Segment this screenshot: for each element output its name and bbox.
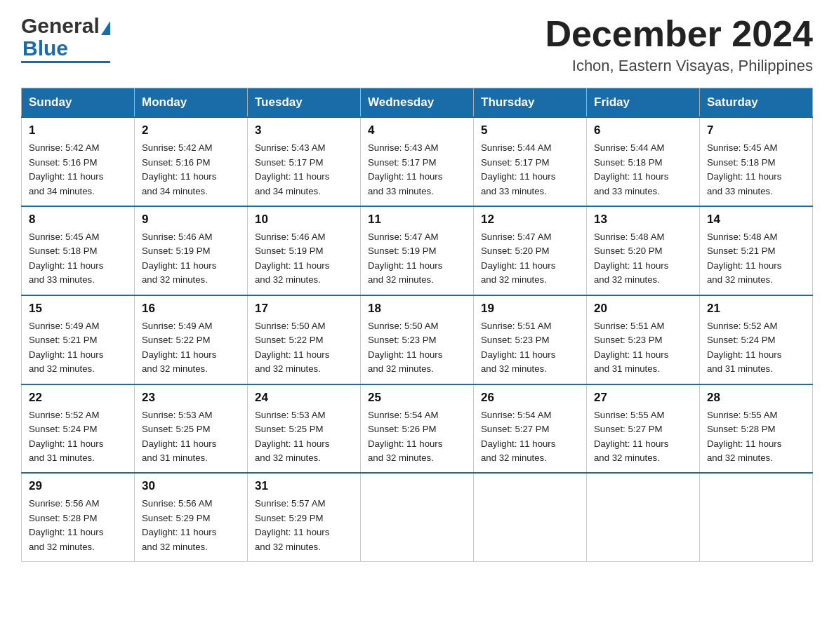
- calendar-header-row: Sunday Monday Tuesday Wednesday Thursday…: [22, 88, 813, 118]
- day-info: Sunrise: 5:43 AMSunset: 5:17 PMDaylight:…: [255, 142, 329, 196]
- calendar-cell: 20 Sunrise: 5:51 AMSunset: 5:23 PMDaylig…: [587, 295, 700, 384]
- calendar-cell: [361, 473, 474, 561]
- day-number: 17: [255, 302, 353, 316]
- col-saturday: Saturday: [700, 88, 813, 118]
- day-info: Sunrise: 5:57 AMSunset: 5:29 PMDaylight:…: [255, 498, 329, 551]
- calendar-cell: 9 Sunrise: 5:46 AMSunset: 5:19 PMDayligh…: [135, 206, 248, 295]
- calendar-cell: 16 Sunrise: 5:49 AMSunset: 5:22 PMDaylig…: [135, 295, 248, 384]
- day-info: Sunrise: 5:47 AMSunset: 5:19 PMDaylight:…: [368, 232, 442, 285]
- calendar-cell: 3 Sunrise: 5:43 AMSunset: 5:17 PMDayligh…: [248, 117, 361, 206]
- day-number: 26: [481, 391, 579, 405]
- calendar-week-3: 15 Sunrise: 5:49 AMSunset: 5:21 PMDaylig…: [22, 295, 813, 384]
- calendar-cell: 11 Sunrise: 5:47 AMSunset: 5:19 PMDaylig…: [361, 206, 474, 295]
- calendar-cell: 12 Sunrise: 5:47 AMSunset: 5:20 PMDaylig…: [474, 206, 587, 295]
- day-number: 1: [29, 123, 127, 137]
- day-number: 4: [368, 123, 466, 137]
- calendar-cell: 31 Sunrise: 5:57 AMSunset: 5:29 PMDaylig…: [248, 473, 361, 561]
- day-number: 6: [594, 123, 692, 137]
- day-number: 15: [29, 302, 127, 316]
- day-number: 10: [255, 213, 353, 227]
- calendar-cell: [474, 473, 587, 561]
- day-number: 29: [29, 479, 127, 493]
- day-info: Sunrise: 5:46 AMSunset: 5:19 PMDaylight:…: [142, 232, 216, 285]
- calendar-cell: 7 Sunrise: 5:45 AMSunset: 5:18 PMDayligh…: [700, 117, 813, 206]
- calendar-cell: 29 Sunrise: 5:56 AMSunset: 5:28 PMDaylig…: [22, 473, 135, 561]
- day-info: Sunrise: 5:56 AMSunset: 5:29 PMDaylight:…: [142, 498, 216, 551]
- calendar-week-2: 8 Sunrise: 5:45 AMSunset: 5:18 PMDayligh…: [22, 206, 813, 295]
- logo-blue-text: Blue: [22, 36, 68, 60]
- calendar-week-4: 22 Sunrise: 5:52 AMSunset: 5:24 PMDaylig…: [22, 384, 813, 474]
- calendar-cell: 2 Sunrise: 5:42 AMSunset: 5:16 PMDayligh…: [135, 117, 248, 206]
- day-number: 5: [481, 123, 579, 137]
- calendar-cell: [587, 473, 700, 561]
- day-info: Sunrise: 5:50 AMSunset: 5:23 PMDaylight:…: [368, 321, 442, 374]
- day-info: Sunrise: 5:42 AMSunset: 5:16 PMDaylight:…: [142, 142, 216, 196]
- day-number: 18: [368, 302, 466, 316]
- logo: General Blue: [21, 14, 110, 63]
- calendar-cell: 27 Sunrise: 5:55 AMSunset: 5:27 PMDaylig…: [587, 384, 700, 474]
- col-sunday: Sunday: [22, 88, 135, 118]
- day-info: Sunrise: 5:54 AMSunset: 5:27 PMDaylight:…: [481, 410, 555, 463]
- day-number: 16: [142, 302, 240, 316]
- calendar-cell: 15 Sunrise: 5:49 AMSunset: 5:21 PMDaylig…: [22, 295, 135, 384]
- col-friday: Friday: [587, 88, 700, 118]
- calendar-cell: 26 Sunrise: 5:54 AMSunset: 5:27 PMDaylig…: [474, 384, 587, 474]
- page-header: General Blue December 2024 Ichon, Easter…: [21, 14, 813, 75]
- day-info: Sunrise: 5:53 AMSunset: 5:25 PMDaylight:…: [255, 410, 329, 463]
- day-info: Sunrise: 5:44 AMSunset: 5:17 PMDaylight:…: [481, 142, 555, 196]
- calendar-cell: 25 Sunrise: 5:54 AMSunset: 5:26 PMDaylig…: [361, 384, 474, 474]
- calendar-week-1: 1 Sunrise: 5:42 AMSunset: 5:16 PMDayligh…: [22, 117, 813, 206]
- day-info: Sunrise: 5:48 AMSunset: 5:20 PMDaylight:…: [594, 232, 668, 285]
- day-info: Sunrise: 5:47 AMSunset: 5:20 PMDaylight:…: [481, 232, 555, 285]
- day-number: 31: [255, 479, 353, 493]
- day-info: Sunrise: 5:52 AMSunset: 5:24 PMDaylight:…: [29, 410, 103, 463]
- month-title: December 2024: [545, 14, 813, 54]
- day-number: 30: [142, 479, 240, 493]
- calendar-cell: 5 Sunrise: 5:44 AMSunset: 5:17 PMDayligh…: [474, 117, 587, 206]
- calendar-cell: 17 Sunrise: 5:50 AMSunset: 5:22 PMDaylig…: [248, 295, 361, 384]
- day-info: Sunrise: 5:48 AMSunset: 5:21 PMDaylight:…: [707, 232, 781, 285]
- calendar-cell: [700, 473, 813, 561]
- calendar-cell: 22 Sunrise: 5:52 AMSunset: 5:24 PMDaylig…: [22, 384, 135, 474]
- day-info: Sunrise: 5:45 AMSunset: 5:18 PMDaylight:…: [29, 232, 103, 285]
- day-info: Sunrise: 5:51 AMSunset: 5:23 PMDaylight:…: [481, 321, 555, 374]
- logo-general-text: General: [21, 14, 100, 38]
- calendar-table: Sunday Monday Tuesday Wednesday Thursday…: [21, 88, 813, 562]
- logo-arrow-icon: [101, 21, 110, 35]
- col-wednesday: Wednesday: [361, 88, 474, 118]
- day-info: Sunrise: 5:56 AMSunset: 5:28 PMDaylight:…: [29, 498, 103, 551]
- day-number: 2: [142, 123, 240, 137]
- day-info: Sunrise: 5:44 AMSunset: 5:18 PMDaylight:…: [594, 142, 668, 196]
- day-number: 24: [255, 391, 353, 405]
- day-info: Sunrise: 5:49 AMSunset: 5:22 PMDaylight:…: [142, 321, 216, 374]
- day-number: 27: [594, 391, 692, 405]
- calendar-cell: 30 Sunrise: 5:56 AMSunset: 5:29 PMDaylig…: [135, 473, 248, 561]
- calendar-cell: 13 Sunrise: 5:48 AMSunset: 5:20 PMDaylig…: [587, 206, 700, 295]
- day-info: Sunrise: 5:42 AMSunset: 5:16 PMDaylight:…: [29, 142, 103, 196]
- day-info: Sunrise: 5:54 AMSunset: 5:26 PMDaylight:…: [368, 410, 442, 463]
- day-info: Sunrise: 5:55 AMSunset: 5:27 PMDaylight:…: [594, 410, 668, 463]
- day-number: 21: [707, 302, 805, 316]
- calendar-cell: 23 Sunrise: 5:53 AMSunset: 5:25 PMDaylig…: [135, 384, 248, 474]
- calendar-cell: 14 Sunrise: 5:48 AMSunset: 5:21 PMDaylig…: [700, 206, 813, 295]
- day-info: Sunrise: 5:50 AMSunset: 5:22 PMDaylight:…: [255, 321, 329, 374]
- calendar-cell: 18 Sunrise: 5:50 AMSunset: 5:23 PMDaylig…: [361, 295, 474, 384]
- day-number: 28: [707, 391, 805, 405]
- location-title: Ichon, Eastern Visayas, Philippines: [545, 57, 813, 75]
- title-section: December 2024 Ichon, Eastern Visayas, Ph…: [545, 14, 813, 75]
- day-info: Sunrise: 5:52 AMSunset: 5:24 PMDaylight:…: [707, 321, 781, 374]
- day-info: Sunrise: 5:46 AMSunset: 5:19 PMDaylight:…: [255, 232, 329, 285]
- day-info: Sunrise: 5:53 AMSunset: 5:25 PMDaylight:…: [142, 410, 216, 463]
- day-info: Sunrise: 5:55 AMSunset: 5:28 PMDaylight:…: [707, 410, 781, 463]
- calendar-cell: 21 Sunrise: 5:52 AMSunset: 5:24 PMDaylig…: [700, 295, 813, 384]
- day-number: 20: [594, 302, 692, 316]
- day-info: Sunrise: 5:45 AMSunset: 5:18 PMDaylight:…: [707, 142, 781, 196]
- day-number: 13: [594, 213, 692, 227]
- calendar-cell: 19 Sunrise: 5:51 AMSunset: 5:23 PMDaylig…: [474, 295, 587, 384]
- day-number: 25: [368, 391, 466, 405]
- day-number: 8: [29, 213, 127, 227]
- day-number: 23: [142, 391, 240, 405]
- calendar-cell: 4 Sunrise: 5:43 AMSunset: 5:17 PMDayligh…: [361, 117, 474, 206]
- day-info: Sunrise: 5:51 AMSunset: 5:23 PMDaylight:…: [594, 321, 668, 374]
- day-number: 19: [481, 302, 579, 316]
